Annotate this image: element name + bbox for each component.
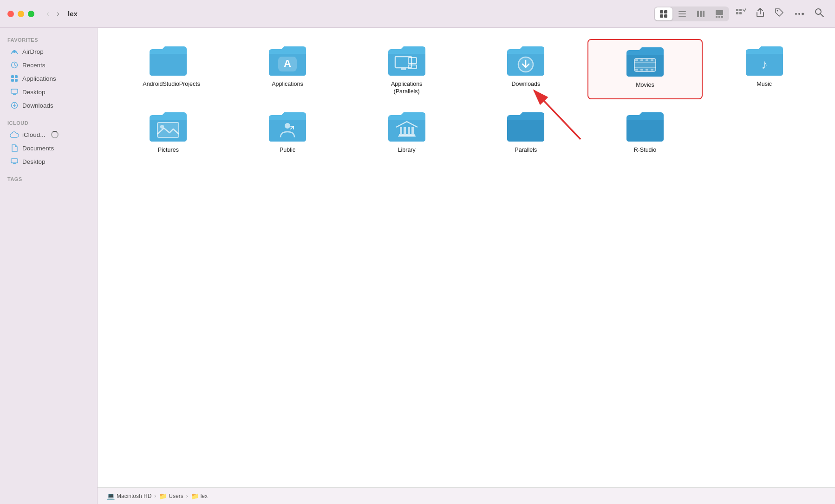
svg-point-22: [815, 9, 821, 14]
svg-rect-61: [400, 127, 402, 134]
folder-label-applications-parallels: Applications (Parallels): [381, 80, 432, 96]
desktop-icloud-icon: [10, 157, 19, 166]
file-area: AndroidStudioProjects A Applications: [98, 28, 835, 487]
folder-movies[interactable]: Movies: [587, 39, 703, 99]
minimize-button[interactable]: [18, 11, 24, 17]
folder-pictures[interactable]: Pictures: [111, 105, 226, 157]
folder-icon-androidstudioprojects: [147, 43, 189, 78]
window-title: lex: [68, 10, 78, 18]
search-icon: [815, 8, 824, 17]
svg-rect-55: [157, 123, 179, 137]
folder-music[interactable]: ♪ Music: [706, 39, 822, 99]
folder-label-downloads: Downloads: [511, 80, 540, 88]
svg-rect-46: [635, 59, 638, 61]
svg-rect-2: [660, 14, 663, 18]
breadcrumb-users[interactable]: 📁 Users: [159, 492, 183, 500]
folder-label-movies: Movies: [636, 81, 654, 89]
favorites-label: Favorites: [0, 33, 97, 45]
icloud-icon: [10, 130, 19, 139]
svg-rect-62: [404, 127, 406, 134]
desktop-label: Desktop: [22, 89, 46, 96]
applications-label: Applications: [22, 75, 56, 82]
svg-rect-17: [739, 12, 742, 14]
main-content: Favorites AirDrop Recents: [0, 28, 835, 504]
maximize-button[interactable]: [28, 11, 34, 17]
folder-label-library: Library: [398, 146, 416, 154]
svg-point-57: [285, 123, 290, 129]
svg-rect-1: [664, 10, 667, 13]
documents-label: Documents: [22, 145, 54, 152]
folder-parallels[interactable]: Parallels: [468, 105, 584, 157]
breadcrumb-lex[interactable]: 📁 lex: [191, 492, 208, 500]
folder-androidstudioprojects[interactable]: AndroidStudioProjects: [111, 39, 226, 99]
icon-view-button[interactable]: [655, 7, 672, 20]
macintosh-hd-icon: 💻: [107, 492, 115, 500]
sidebar-item-documents[interactable]: Documents: [3, 142, 94, 155]
search-button[interactable]: [811, 6, 828, 22]
folder-grid: AndroidStudioProjects A Applications: [111, 39, 822, 157]
sidebar-item-desktop-icloud[interactable]: Desktop: [3, 155, 94, 168]
folder-icon-parallels: [505, 109, 547, 143]
breadcrumb-macintosh-hd[interactable]: 💻 Macintosh HD: [107, 492, 151, 500]
desktop-icon: [10, 88, 19, 96]
column-view-button[interactable]: [692, 7, 710, 20]
svg-rect-28: [11, 79, 14, 82]
breadcrumb-sep-1: ›: [154, 493, 156, 499]
folder-library[interactable]: Library: [349, 105, 464, 157]
folder-downloads[interactable]: Downloads: [468, 39, 584, 99]
svg-rect-7: [697, 11, 699, 17]
folder-icon-movies: [624, 44, 666, 78]
sidebar-item-icloud[interactable]: iCloud...: [3, 128, 94, 141]
svg-rect-26: [11, 75, 14, 78]
lex-label: lex: [201, 493, 208, 499]
icloud-progress-indicator: [51, 131, 59, 138]
svg-rect-4: [678, 11, 686, 12]
users-folder-icon: 📁: [159, 492, 167, 500]
folder-label-pictures: Pictures: [158, 146, 179, 154]
macintosh-hd-label: Macintosh HD: [117, 493, 151, 499]
svg-rect-9: [703, 11, 705, 17]
gallery-view-button[interactable]: [711, 7, 728, 20]
svg-rect-60: [398, 136, 416, 137]
share-button[interactable]: [752, 6, 768, 22]
sidebar-item-desktop[interactable]: Desktop: [3, 85, 94, 98]
svg-rect-3: [664, 14, 667, 18]
sidebar-item-downloads[interactable]: Downloads: [3, 99, 94, 112]
close-button[interactable]: [7, 11, 14, 17]
status-bar: 💻 Macintosh HD › 📁 Users › 📁 lex: [98, 487, 835, 504]
svg-rect-6: [678, 16, 686, 17]
svg-rect-34: [13, 163, 16, 164]
svg-rect-10: [716, 10, 723, 15]
documents-icon: [10, 144, 19, 152]
svg-rect-48: [646, 59, 648, 61]
airdrop-label: AirDrop: [22, 48, 44, 55]
icloud-drive-label: iCloud...: [22, 131, 46, 138]
folder-rstudio[interactable]: R-Studio: [587, 105, 703, 157]
folder-applications[interactable]: A Applications: [230, 39, 346, 99]
list-view-button[interactable]: [673, 7, 691, 20]
more-icon: [794, 12, 804, 16]
folder-applications-parallels[interactable]: Applications (Parallels): [349, 39, 464, 99]
svg-rect-63: [408, 127, 410, 134]
nav-buttons: ‹ ›: [44, 7, 62, 20]
svg-rect-51: [640, 69, 643, 71]
group-button[interactable]: [732, 6, 750, 21]
columns-icon: [697, 10, 705, 18]
sidebar-item-applications[interactable]: Applications: [3, 72, 94, 85]
svg-rect-47: [640, 59, 643, 61]
sidebar-item-recents[interactable]: Recents: [3, 58, 94, 71]
sidebar-item-airdrop[interactable]: AirDrop: [3, 45, 94, 58]
svg-line-23: [821, 14, 823, 17]
svg-rect-52: [646, 69, 648, 71]
breadcrumb-sep-2: ›: [186, 493, 188, 499]
folder-label-music: Music: [757, 80, 772, 88]
svg-rect-15: [739, 9, 742, 11]
svg-rect-0: [660, 10, 663, 13]
more-button[interactable]: [790, 6, 808, 21]
tag-button[interactable]: [771, 6, 788, 22]
recents-icon: [10, 61, 19, 69]
forward-button[interactable]: ›: [54, 7, 62, 20]
back-button[interactable]: ‹: [44, 7, 52, 20]
svg-rect-49: [651, 59, 653, 61]
folder-public[interactable]: Public: [230, 105, 346, 157]
